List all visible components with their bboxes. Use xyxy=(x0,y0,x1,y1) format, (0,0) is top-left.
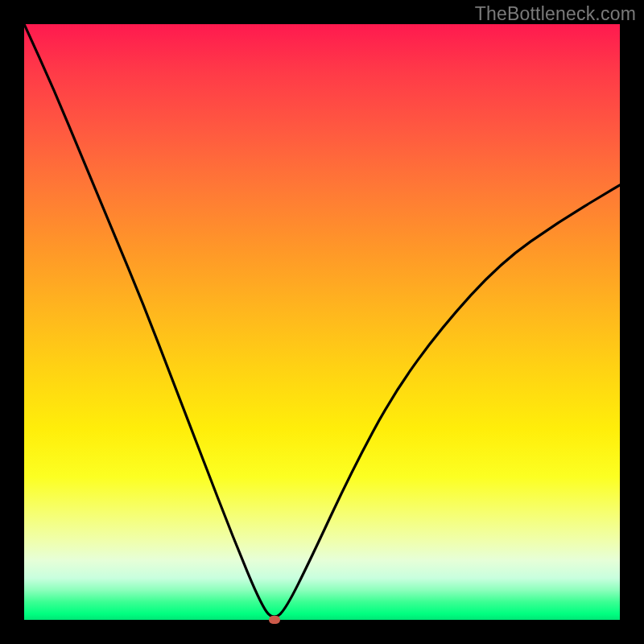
min-marker xyxy=(269,616,280,624)
curve-svg xyxy=(24,24,620,620)
bottleneck-curve xyxy=(24,24,620,617)
chart-frame: TheBottleneck.com xyxy=(0,0,644,644)
watermark-text: TheBottleneck.com xyxy=(475,3,636,25)
plot-area xyxy=(24,24,620,620)
